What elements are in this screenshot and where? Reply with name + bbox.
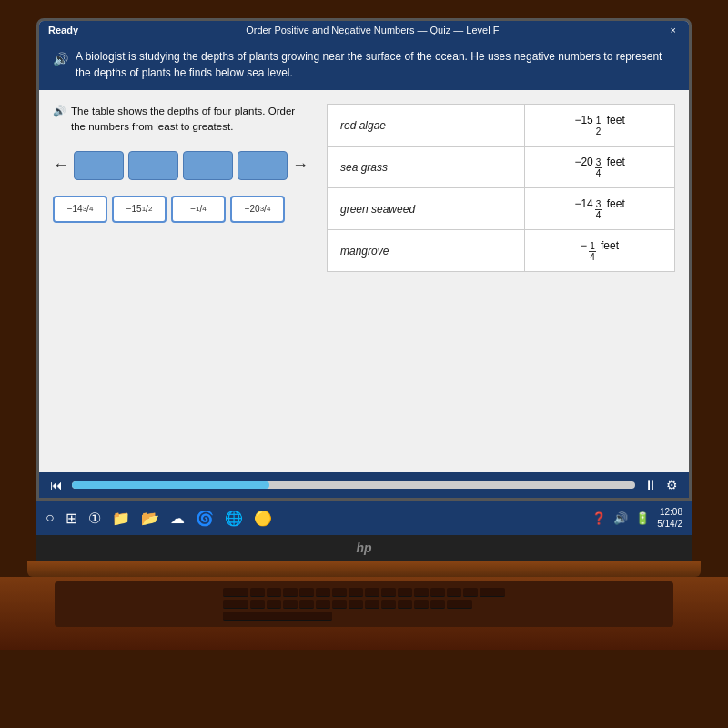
taskbar-start-button[interactable]: ○	[46, 510, 55, 526]
mixed-number-mangrove: − 1 4 feet	[581, 239, 619, 262]
key[interactable]	[480, 588, 505, 597]
key[interactable]	[299, 588, 314, 597]
key[interactable]	[381, 600, 396, 609]
app-name: Ready	[48, 25, 78, 35]
table-row: sea grass −20 3 4 feet	[328, 147, 675, 188]
sub-question-text: 🔊 The table shows the depths of four pla…	[53, 104, 308, 136]
main-content: 🔊 The table shows the depths of four pla…	[39, 90, 689, 472]
mixed-number-green-seaweed: −14 3 4 feet	[574, 197, 624, 220]
key[interactable]	[447, 588, 461, 597]
taskbar: ○ ⊞ ① 📁 📂 ☁ 🌀 🌐 🟡 ❓ 🔊 🔋 12:08 5/14/2	[36, 500, 692, 535]
quiz-title: Order Positive and Negative Numbers — Qu…	[78, 25, 667, 35]
taskbar-folder-icon[interactable]: 📁	[112, 510, 130, 527]
key[interactable]	[398, 600, 412, 609]
key[interactable]	[316, 600, 330, 609]
left-panel: 🔊 The table shows the depths of four pla…	[53, 104, 308, 223]
keyboard-area	[55, 581, 673, 627]
table-row: red algae −15 1 2 feet	[328, 105, 675, 147]
progress-bar[interactable]	[72, 481, 635, 489]
hp-logo: hp	[356, 541, 371, 555]
answer-box-2[interactable]: −151/2	[112, 196, 167, 223]
answer-box-4[interactable]: −203/4	[230, 196, 285, 223]
key[interactable]	[250, 600, 265, 609]
plant-name-red-algae: red algae	[328, 105, 525, 147]
taskbar-files-icon[interactable]: 📂	[141, 510, 159, 527]
plant-name-sea-grass: sea grass	[328, 147, 525, 188]
key[interactable]	[365, 588, 379, 597]
key[interactable]	[430, 588, 445, 597]
settings-button[interactable]: ⚙	[666, 478, 678, 492]
play-button[interactable]: ⏮	[50, 478, 63, 492]
right-panel: red algae −15 1 2 feet	[327, 104, 675, 272]
key[interactable]	[250, 588, 265, 597]
taskbar-battery-icon[interactable]: 🔋	[635, 511, 650, 525]
table-row: green seaweed −14 3 4 feet	[328, 188, 675, 230]
depth-table: red algae −15 1 2 feet	[327, 104, 675, 272]
laptop-base	[0, 577, 728, 650]
key[interactable]	[349, 588, 363, 597]
nl-box-4[interactable]	[238, 151, 288, 180]
key[interactable]	[283, 588, 298, 597]
key[interactable]	[398, 588, 412, 597]
number-line-container: ← →	[53, 151, 308, 180]
header-question-area: 🔊 A biologist is studying the depths of …	[39, 39, 689, 90]
key[interactable]	[267, 600, 281, 609]
media-bar: ⏮ ⏸ ⚙	[39, 472, 689, 498]
header-question-text: A biologist is studying the depths of pl…	[76, 48, 675, 81]
key[interactable]	[447, 600, 472, 609]
clock-time: 12:08	[657, 506, 682, 518]
laptop-bottom-bezel	[27, 561, 701, 577]
key[interactable]	[267, 588, 281, 597]
arrow-right-icon: →	[292, 156, 308, 175]
speaker-icon-header[interactable]: 🔊	[53, 50, 68, 69]
key[interactable]	[365, 600, 379, 609]
key[interactable]	[414, 588, 429, 597]
key[interactable]	[283, 600, 298, 609]
fraction-green-seaweed: 3 4	[595, 199, 602, 220]
taskbar-system-tray: ❓ 🔊 🔋 12:08 5/14/2	[592, 506, 682, 530]
arrow-left-icon: ←	[53, 156, 69, 175]
depth-red-algae: −15 1 2 feet	[525, 105, 675, 147]
plant-name-mangrove: mangrove	[328, 230, 525, 272]
number-line	[74, 151, 288, 180]
mixed-number-sea-grass: −20 3 4 feet	[574, 156, 624, 178]
key[interactable]	[463, 588, 478, 597]
answer-boxes: −143/4 −151/2 −1/4 −203/4	[53, 196, 308, 223]
taskbar-app-1[interactable]: ①	[88, 510, 101, 527]
key[interactable]	[332, 588, 347, 597]
sub-question-label: The table shows the depths of four plant…	[71, 104, 308, 136]
key[interactable]	[349, 600, 363, 609]
answer-box-1[interactable]: −143/4	[53, 196, 107, 223]
key[interactable]	[381, 588, 396, 597]
plant-name-green-seaweed: green seaweed	[328, 188, 525, 230]
speaker-icon-sub[interactable]: 🔊	[53, 104, 66, 119]
key[interactable]	[223, 588, 248, 597]
pause-button[interactable]: ⏸	[644, 478, 657, 492]
taskbar-window-icon[interactable]: ⊞	[66, 510, 77, 527]
taskbar-browser-1[interactable]: 🌀	[196, 510, 214, 527]
taskbar-help-icon[interactable]: ❓	[592, 511, 606, 525]
nl-box-1[interactable]	[74, 151, 124, 180]
taskbar-browser-3[interactable]: 🟡	[254, 510, 272, 527]
key[interactable]	[430, 600, 445, 609]
taskbar-clock: 12:08 5/14/2	[657, 506, 682, 530]
key[interactable]	[316, 588, 330, 597]
table-row: mangrove − 1 4 feet	[328, 230, 675, 272]
keyboard-rows	[223, 588, 505, 621]
answer-box-3[interactable]: −1/4	[171, 196, 226, 223]
key[interactable]	[414, 600, 429, 609]
key[interactable]	[223, 600, 248, 609]
mixed-number-red-algae: −15 1 2 feet	[574, 114, 624, 136]
spacebar[interactable]	[223, 612, 332, 621]
key[interactable]	[332, 600, 347, 609]
taskbar-speaker-icon[interactable]: 🔊	[613, 511, 628, 525]
sub-question-area: 🔊 The table shows the depths of four pla…	[53, 104, 675, 272]
nl-box-3[interactable]	[183, 151, 233, 180]
nl-box-2[interactable]	[128, 151, 178, 180]
taskbar-cloud-icon[interactable]: ☁	[170, 510, 185, 527]
fraction-sea-grass: 3 4	[595, 157, 602, 178]
close-button[interactable]: ×	[667, 25, 680, 35]
taskbar-browser-2[interactable]: 🌐	[225, 510, 243, 527]
key[interactable]	[299, 600, 314, 609]
progress-bar-fill	[72, 481, 269, 489]
